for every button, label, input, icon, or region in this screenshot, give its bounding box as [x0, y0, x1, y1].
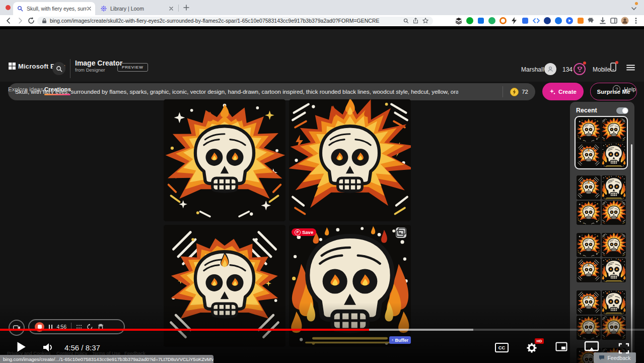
chevron-down-icon[interactable]	[631, 7, 637, 11]
recorder-camera-bubble[interactable]	[9, 320, 25, 336]
user-name-label[interactable]: Marshall	[521, 66, 544, 73]
tab-explore-ideas[interactable]: Explore ideas	[8, 86, 43, 92]
navy-circle-extension-icon[interactable]	[543, 17, 551, 25]
create-button[interactable]: Create	[542, 83, 584, 100]
recent-thumbnail[interactable]	[577, 143, 601, 167]
recent-thumbnail[interactable]	[577, 175, 601, 200]
captions-button[interactable]: CC	[495, 343, 509, 352]
recent-thumbnail[interactable]	[602, 258, 626, 282]
app-title: Image Creator	[75, 59, 122, 67]
reload-button[interactable]	[28, 17, 35, 24]
tab-close-icon[interactable]	[169, 7, 173, 11]
search-icon	[56, 66, 62, 72]
chrome-menu-icon[interactable]	[632, 17, 640, 25]
browser-tab-loom[interactable]: Library | Loom	[97, 2, 177, 15]
recent-toggle[interactable]	[616, 107, 628, 114]
buffer-extension-icon[interactable]	[455, 17, 463, 25]
blue-circle-extension-icon[interactable]	[554, 17, 562, 25]
boosts-count: 72	[522, 89, 528, 95]
forward-button[interactable]	[17, 17, 24, 24]
recent-thumbnail[interactable]	[602, 316, 626, 340]
fullscreen-button[interactable]	[618, 342, 630, 354]
status-url: bing.com/images/create/.../1-65c10e07583…	[3, 356, 213, 362]
green-chat-extension-icon[interactable]	[488, 17, 496, 25]
recent-group-4[interactable]	[575, 288, 628, 342]
progress-played	[0, 329, 369, 331]
url-bar[interactable]: bing.com/images/create/skull2c-with-fier…	[37, 17, 433, 25]
blue-square-extension-icon[interactable]	[521, 17, 529, 25]
create-button-label: Create	[558, 89, 577, 95]
search-in-page-icon[interactable]	[403, 18, 409, 24]
volume-button[interactable]	[42, 342, 54, 352]
generated-image-2[interactable]	[289, 99, 411, 221]
blue-tile-extension-icon[interactable]	[477, 17, 485, 25]
code-extension-icon[interactable]	[532, 17, 540, 25]
recent-thumbnail[interactable]	[577, 258, 601, 282]
recent-thumbnails	[575, 116, 630, 363]
theater-mode-button[interactable]	[584, 340, 599, 353]
rewards-trophy-button[interactable]	[574, 63, 586, 75]
bookmark-star-icon[interactable]	[422, 18, 428, 24]
pinterest-logo-icon: P	[295, 229, 301, 235]
recent-group-3[interactable]	[575, 231, 628, 284]
hamburger-menu-icon[interactable]	[626, 65, 635, 71]
recent-group-2[interactable]	[575, 173, 628, 227]
recent-thumbnail[interactable]	[602, 143, 626, 167]
profile-avatar-icon[interactable]	[621, 17, 629, 25]
video-progress-bar[interactable]	[0, 329, 644, 331]
green-circle-extension-icon[interactable]	[466, 17, 474, 25]
recent-thumbnail[interactable]	[577, 290, 601, 315]
share-icon[interactable]	[413, 18, 418, 24]
new-tab-button[interactable]	[183, 5, 189, 11]
generated-images-grid: P Save Buffer	[164, 99, 411, 347]
hd-quality-badge: HD	[535, 338, 544, 344]
mobile-phone-icon[interactable]	[610, 63, 616, 72]
recent-thumbnail[interactable]	[602, 175, 626, 200]
downloads-icon[interactable]	[599, 17, 607, 25]
boosts-indicator[interactable]: 72	[503, 83, 528, 100]
generated-image-1[interactable]	[164, 99, 285, 221]
pinterest-save-button[interactable]: P Save	[292, 228, 316, 236]
recent-thumbnail[interactable]	[602, 118, 626, 142]
bolt-extension-icon[interactable]	[510, 17, 518, 25]
stop-icon	[38, 325, 42, 329]
video-play-extension-icon[interactable]	[565, 17, 574, 25]
play-button[interactable]	[14, 340, 27, 353]
toggle-knob	[622, 108, 628, 113]
back-button[interactable]	[5, 17, 12, 24]
trophy-icon	[577, 66, 583, 73]
header-search-button[interactable]	[52, 62, 65, 75]
image-search-camera-button[interactable]	[396, 227, 406, 238]
mobile-label[interactable]: Mobile	[593, 66, 610, 73]
recent-thumbnail[interactable]	[602, 201, 626, 225]
recent-thumbnail[interactable]	[577, 316, 601, 340]
progress-buffered	[369, 329, 473, 331]
orange-ring-extension-icon[interactable]	[499, 17, 507, 25]
tab-close-icon[interactable]	[87, 7, 91, 11]
pinterest-save-label: Save	[302, 229, 313, 235]
recent-thumbnail[interactable]	[602, 290, 626, 315]
tab-title: Skull, with fiery eyes, surround	[27, 6, 87, 12]
recent-thumbnail[interactable]	[577, 233, 601, 257]
orange-square-extension-icon[interactable]	[577, 17, 585, 25]
progress-remaining	[473, 329, 644, 331]
person-icon	[547, 66, 554, 73]
extensions-puzzle-icon[interactable]	[588, 17, 596, 25]
recent-thumbnail[interactable]	[577, 201, 601, 225]
prompt-input[interactable]: Skull, with fiery eyes, surrounded by fl…	[8, 83, 535, 100]
buffer-share-button[interactable]: Buffer	[389, 336, 411, 344]
macos-close-button[interactable]	[6, 5, 11, 10]
recent-thumbnail[interactable]	[602, 233, 626, 257]
help-button[interactable]: ? Help	[613, 85, 636, 93]
browser-tab-skull[interactable]: Skull, with fiery eyes, surround	[13, 2, 95, 15]
miniplayer-button[interactable]	[555, 342, 567, 352]
notification-dot	[615, 61, 618, 64]
tab-creations[interactable]: Creations	[44, 86, 71, 92]
tab-strip: Skull, with fiery eyes, surround Library…	[0, 0, 644, 15]
recent-group-1[interactable]	[575, 116, 628, 169]
user-avatar[interactable]	[544, 63, 556, 75]
question-mark-icon: ?	[613, 85, 620, 93]
recent-thumbnail[interactable]	[577, 118, 601, 142]
side-panel-icon[interactable]	[610, 17, 618, 25]
active-tab-underline	[44, 94, 70, 95]
